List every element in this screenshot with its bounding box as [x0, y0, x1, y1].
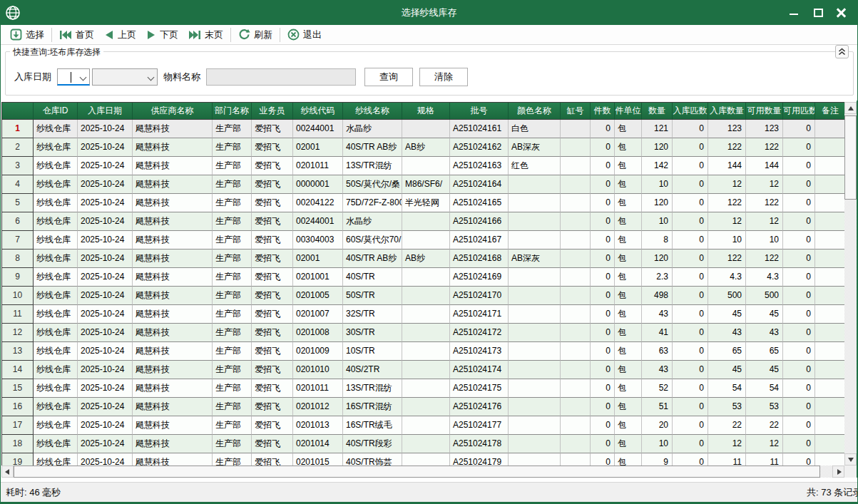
cell[interactable]: 4.3: [708, 268, 746, 287]
cell[interactable]: [402, 287, 450, 305]
vertical-scrollbar[interactable]: [844, 102, 857, 466]
cell[interactable]: 0: [591, 120, 615, 138]
cell[interactable]: 0: [673, 287, 708, 305]
cell[interactable]: 0: [783, 324, 815, 342]
table-row[interactable]: 17纱线仓库2025-10-24飓慧科技生产部爱招飞020101316S/TR绒…: [2, 416, 844, 435]
cell[interactable]: 0: [591, 212, 615, 231]
cell[interactable]: [561, 138, 591, 157]
cell[interactable]: 10: [708, 231, 746, 250]
cell[interactable]: 00204122: [293, 194, 343, 212]
cell[interactable]: 16S/TR混纺: [343, 398, 402, 416]
scroll-up-button[interactable]: [844, 102, 857, 114]
cell[interactable]: [509, 287, 561, 305]
column-header[interactable]: 缸号: [561, 103, 591, 120]
cell[interactable]: 63: [642, 342, 673, 361]
cell[interactable]: [402, 324, 450, 342]
cell[interactable]: 生产部: [213, 435, 252, 453]
cell[interactable]: AB深灰: [509, 250, 561, 268]
cell[interactable]: 12: [708, 212, 746, 231]
cell[interactable]: 122: [708, 194, 746, 212]
column-header[interactable]: 纱线代码: [293, 103, 343, 120]
cell[interactable]: 0: [783, 250, 815, 268]
cell[interactable]: 2025-10-24: [78, 231, 133, 250]
cell[interactable]: 爱招飞: [252, 250, 293, 268]
cell[interactable]: 122: [708, 138, 746, 157]
cell[interactable]: 500: [708, 287, 746, 305]
cell[interactable]: [509, 435, 561, 453]
cell[interactable]: [815, 231, 844, 250]
cell[interactable]: 53: [746, 398, 783, 416]
cell[interactable]: M86/SF6/: [402, 175, 450, 194]
cell[interactable]: 12: [746, 435, 783, 453]
cell[interactable]: A251024170: [450, 287, 509, 305]
cell[interactable]: 0000001: [293, 175, 343, 194]
cell[interactable]: 10S/TR: [343, 342, 402, 361]
table-row[interactable]: 7纱线仓库2025-10-24飓慧科技生产部爱招飞0030400360S/莫代尔…: [2, 231, 844, 250]
cell[interactable]: 生产部: [213, 120, 252, 138]
cell[interactable]: AB纱: [402, 138, 450, 157]
cell[interactable]: 半光轻网: [402, 194, 450, 212]
cell[interactable]: 41: [642, 324, 673, 342]
cell[interactable]: 纱线仓库: [34, 157, 78, 175]
cell[interactable]: A251024173: [450, 342, 509, 361]
cell[interactable]: [815, 398, 844, 416]
cell[interactable]: 16S/TR绒毛: [343, 416, 402, 435]
cell[interactable]: 12: [708, 435, 746, 453]
cell[interactable]: 爱招飞: [252, 287, 293, 305]
cell[interactable]: 2025-10-24: [78, 416, 133, 435]
cell[interactable]: 122: [746, 194, 783, 212]
table-row[interactable]: 16纱线仓库2025-10-24飓慧科技生产部爱招飞020101216S/TR混…: [2, 398, 844, 416]
search-button[interactable]: 查询: [364, 68, 413, 86]
column-header[interactable]: 数量: [642, 103, 673, 120]
cell[interactable]: A251024174: [450, 361, 509, 379]
table-row[interactable]: 5纱线仓库2025-10-24飓慧科技生产部爱招飞0020412275D/72F…: [2, 194, 844, 212]
cell[interactable]: 飓慧科技: [133, 250, 213, 268]
row-number[interactable]: 13: [2, 342, 34, 361]
cell[interactable]: [402, 342, 450, 361]
cell[interactable]: 白色: [509, 120, 561, 138]
last-page-button[interactable]: 末页: [183, 26, 228, 43]
column-header[interactable]: 供应商名称: [133, 103, 213, 120]
row-number[interactable]: 6: [2, 212, 34, 231]
column-header[interactable]: 入库日期: [78, 103, 133, 120]
column-header[interactable]: 规格: [402, 103, 450, 120]
cell[interactable]: 爱招飞: [252, 157, 293, 175]
column-header[interactable]: 备注: [815, 103, 846, 120]
cell[interactable]: [815, 120, 844, 138]
cell[interactable]: [509, 231, 561, 250]
cell[interactable]: 飓慧科技: [133, 361, 213, 379]
cell[interactable]: 飓慧科技: [133, 453, 213, 466]
cell[interactable]: [509, 453, 561, 466]
cell[interactable]: 0: [591, 305, 615, 324]
cell[interactable]: 0: [783, 342, 815, 361]
cell[interactable]: 0: [591, 453, 615, 466]
column-header[interactable]: 件单位: [615, 103, 642, 120]
cell[interactable]: 0: [591, 342, 615, 361]
cell[interactable]: 0: [783, 212, 815, 231]
cell[interactable]: 52: [642, 379, 673, 398]
cell[interactable]: 0: [591, 398, 615, 416]
cell[interactable]: 爱招飞: [252, 175, 293, 194]
row-number[interactable]: 5: [2, 194, 34, 212]
cell[interactable]: [402, 212, 450, 231]
cell[interactable]: 00304003: [293, 231, 343, 250]
cell[interactable]: 0: [591, 361, 615, 379]
cell[interactable]: [509, 416, 561, 435]
cell[interactable]: 11: [708, 453, 746, 466]
cell[interactable]: [509, 379, 561, 398]
cell[interactable]: 00244001: [293, 120, 343, 138]
cell[interactable]: 0: [783, 435, 815, 453]
cell[interactable]: 40S/TR饰芸: [343, 453, 402, 466]
cell[interactable]: 爱招飞: [252, 435, 293, 453]
cell[interactable]: 45: [746, 305, 783, 324]
cell[interactable]: 0: [673, 361, 708, 379]
cell[interactable]: 纱线仓库: [34, 120, 78, 138]
cell[interactable]: 飓慧科技: [133, 305, 213, 324]
horizontal-scrollbar-thumb[interactable]: [14, 466, 820, 478]
column-header[interactable]: 业务员: [252, 103, 293, 120]
cell[interactable]: 飓慧科技: [133, 287, 213, 305]
cell[interactable]: 爱招飞: [252, 324, 293, 342]
cell[interactable]: [509, 212, 561, 231]
cell[interactable]: 0: [591, 287, 615, 305]
cell[interactable]: 0: [673, 175, 708, 194]
